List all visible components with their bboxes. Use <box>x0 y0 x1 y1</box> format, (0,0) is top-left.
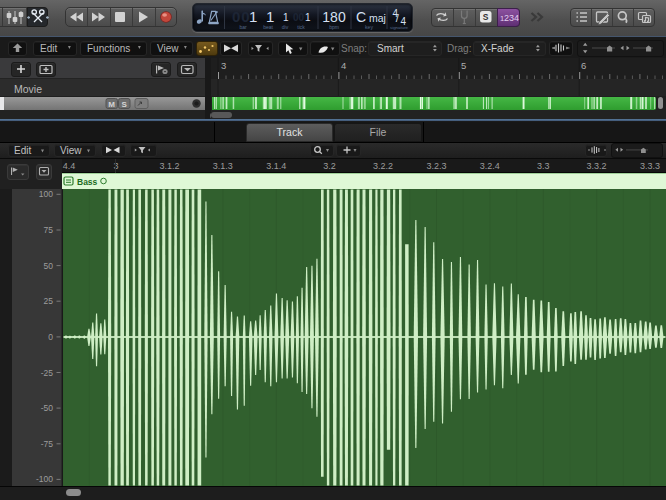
svg-text:-100: -100 <box>36 474 53 484</box>
svg-text:50: 50 <box>44 261 54 271</box>
svg-text:75: 75 <box>44 225 54 235</box>
svg-text:-50: -50 <box>41 403 54 413</box>
svg-text:100: 100 <box>39 189 53 199</box>
svg-text:-25: -25 <box>41 368 54 378</box>
svg-text:25: 25 <box>44 296 54 306</box>
svg-text:-75: -75 <box>41 439 54 449</box>
svg-text:0: 0 <box>48 332 53 342</box>
